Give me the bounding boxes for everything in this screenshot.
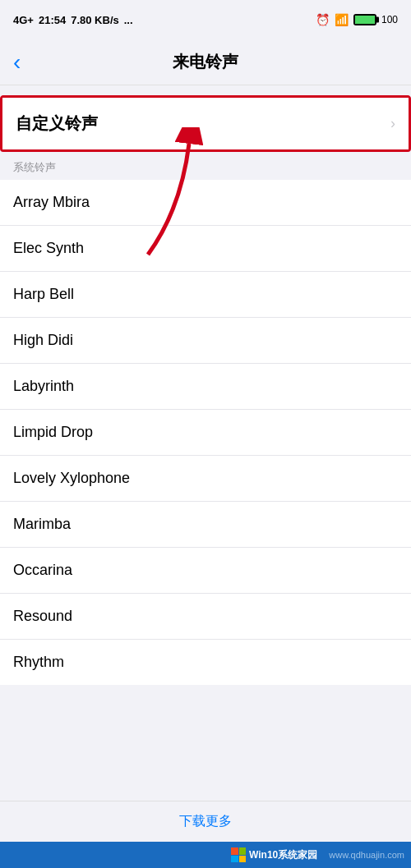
chevron-right-icon: › [390, 115, 395, 132]
ringtone-name: Rhythm [13, 654, 64, 671]
download-more-section: 下载更多 [0, 801, 411, 842]
dots-text: ... [124, 14, 133, 26]
status-bar: 4G+ 21:54 7.80 KB/s ... ⏰ 📶 100 [0, 0, 411, 39]
status-left: 4G+ 21:54 7.80 KB/s ... [13, 14, 133, 26]
ringtone-name: Harp Bell [13, 286, 74, 303]
watermark-bar: Win10系统家园 www.qdhuajin.com [0, 842, 411, 868]
ringtone-name: Limpid Drop [13, 424, 93, 441]
page-title: 来电铃声 [173, 51, 238, 73]
download-more-link[interactable]: 下载更多 [179, 814, 232, 828]
list-item[interactable]: Lovely Xylophone [0, 456, 411, 502]
watermark-text: Win10系统家园 [249, 848, 317, 862]
windows-icon [231, 847, 246, 862]
list-item[interactable]: Limpid Drop [0, 410, 411, 456]
wifi-icon: 📶 [335, 13, 349, 26]
list-item[interactable]: Rhythm [0, 640, 411, 685]
content-area: 自定义铃声 › 系统铃声 Array Mbira Elec Synth Harp… [0, 85, 411, 814]
ringtone-name: High Didi [13, 332, 73, 349]
list-item[interactable]: Elec Synth [0, 226, 411, 272]
battery-icon [353, 14, 376, 25]
nav-bar: ‹ 来电铃声 [0, 39, 411, 85]
watermark-url: www.qdhuajin.com [329, 850, 404, 860]
list-item[interactable]: Marimba [0, 502, 411, 548]
status-right: ⏰ 📶 100 [316, 13, 398, 26]
system-ringtones-label: 系统铃声 [0, 152, 411, 180]
ringtone-name: Occarina [13, 562, 72, 579]
custom-ringtone-section[interactable]: 自定义铃声 › [0, 95, 411, 152]
watermark-logo: Win10系统家园 [226, 846, 322, 864]
list-item[interactable]: Resound [0, 594, 411, 640]
back-arrow-icon: ‹ [13, 49, 21, 76]
ringtone-name: Lovely Xylophone [13, 470, 130, 487]
custom-ringtone-item[interactable]: 自定义铃声 › [2, 98, 409, 149]
ringtone-name: Resound [13, 608, 72, 625]
alarm-icon: ⏰ [316, 13, 330, 26]
signal-text: 4G+ [13, 14, 34, 26]
list-item[interactable]: Harp Bell [0, 272, 411, 318]
bottom-section: 下载更多 Win10系统家园 www.qdhuajin.com [0, 801, 411, 868]
list-item[interactable]: Occarina [0, 548, 411, 594]
custom-ringtone-label: 自定义铃声 [16, 113, 98, 135]
list-item[interactable]: High Didi [0, 318, 411, 364]
list-item[interactable]: Labyrinth [0, 364, 411, 410]
ringtone-list: Array Mbira Elec Synth Harp Bell High Di… [0, 180, 411, 685]
ringtone-name: Labyrinth [13, 378, 74, 395]
ringtone-name: Elec Synth [13, 240, 84, 257]
ringtone-name: Marimba [13, 516, 71, 533]
ringtone-name: Array Mbira [13, 194, 90, 211]
battery-text: 100 [381, 14, 398, 25]
back-button[interactable]: ‹ [13, 49, 21, 76]
list-item[interactable]: Array Mbira [0, 180, 411, 226]
time-text: 21:54 [39, 14, 66, 26]
speed-text: 7.80 KB/s [71, 14, 119, 26]
